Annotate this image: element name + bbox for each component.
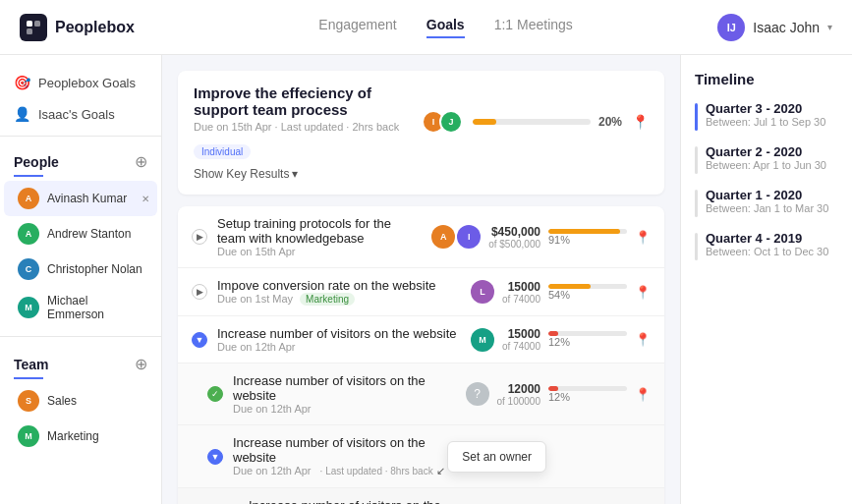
user-menu[interactable]: IJ Isaac John ▾ (717, 14, 832, 41)
goal-title: Setup training protocols for the team wi… (217, 216, 422, 246)
timeline-text: Quarter 1 - 2020 Between: Jan 1 to Mar 3… (706, 188, 828, 214)
goal-right: A I $450,000 of $500,000 91% 📍 (431, 225, 651, 250)
team-divider (14, 377, 43, 379)
avatar: L (471, 280, 494, 304)
person-name: Avinash Kumar (47, 192, 127, 205)
metric-value: 12000 (497, 382, 541, 396)
set-owner-tooltip[interactable]: Set an owner (447, 441, 546, 473)
mini-percent: 54% (548, 289, 627, 301)
logo-text: Peoplebox (55, 19, 135, 36)
tab-goals[interactable]: Goals (426, 17, 465, 38)
timeline-item-q3-2020[interactable]: Quarter 3 - 2020 Between: Jul 1 to Sep 3… (695, 101, 838, 131)
expand-button[interactable]: ▶ (192, 284, 207, 300)
timeline-bar-active (695, 103, 698, 131)
progress-section: 20% (473, 115, 622, 129)
quarter-range: Between: Oct 1 to Dec 30 (706, 246, 828, 257)
avatar: M (18, 425, 39, 447)
goal-header-row: Improve the effeciency of support team p… (194, 84, 649, 159)
timeline-item-q1-2020[interactable]: Quarter 1 - 2020 Between: Jan 1 to Mar 3… (695, 188, 838, 217)
timeline-text: Quarter 3 - 2020 Between: Jul 1 to Sep 3… (706, 101, 825, 128)
goal-info: Increase number of visitors on the websi… (233, 435, 466, 477)
metric: 15000 of 74000 (502, 280, 540, 305)
progress-wrap: 54% (548, 284, 627, 301)
svg-rect-1 (34, 21, 40, 27)
main-goal-meta: Due on 15th Apr · Last updated · 2hrs ba… (194, 121, 422, 133)
add-team-button[interactable]: ⊕ (135, 355, 147, 373)
logo: Peoplebox (20, 14, 135, 41)
close-icon[interactable]: ✕ (142, 194, 149, 204)
person-name: Andrew Stanton (47, 227, 131, 241)
tab-engagement[interactable]: Engagement (318, 17, 396, 38)
expand-button[interactable]: ▼ (192, 332, 207, 348)
metric-total: of $500,000 (488, 239, 540, 250)
goal-title: Increase number of visitors on the websi… (249, 498, 456, 504)
quarter-range: Between: Apr 1 to Jun 30 (706, 159, 826, 171)
avatar-placeholder: ? (466, 382, 489, 406)
sidebar-item-peoplebox-goals[interactable]: 🎯 Peoplebox Goals (0, 67, 161, 98)
location-icon: 📍 (635, 230, 651, 245)
add-person-button[interactable]: ⊕ (135, 152, 147, 171)
goal-title: Impove conversion rate on the website (217, 278, 461, 293)
person-name: Christopher Nolan (47, 262, 142, 276)
goal-row: ▶ Setup training protocols for the team … (178, 206, 664, 268)
expand-button[interactable]: ▼ (207, 449, 223, 465)
team-item-sales[interactable]: S Sales (4, 383, 157, 419)
expand-button[interactable]: ▶ (192, 229, 207, 245)
goal-meta: Due on 12th Apr (233, 403, 456, 415)
user-name: Isaac John (753, 20, 820, 35)
logo-icon (20, 14, 47, 41)
timeline-item-q2-2020[interactable]: Quarter 2 - 2020 Between: Apr 1 to Jun 3… (695, 144, 838, 174)
metric-total: of 74000 (502, 341, 540, 352)
people-divider (14, 175, 43, 177)
timeline-bar (695, 190, 698, 217)
svg-rect-0 (27, 21, 32, 27)
sidebar-label: Isaac's Goals (38, 107, 115, 122)
metric-value: $450,000 (488, 225, 540, 239)
cursor-icon: ↙ (436, 465, 445, 476)
goal-row: ▶ Increase number of visitors on the web… (178, 488, 664, 504)
goal-info: Increase number of visitors on the websi… (249, 498, 456, 504)
show-key-results-button[interactable]: Show Key Results ▾ (194, 167, 649, 181)
main-goal-tag: Individual (194, 144, 251, 159)
person-item-christopher[interactable]: C Christopher Nolan (4, 252, 157, 287)
quarter-label: Quarter 1 - 2020 (706, 188, 828, 202)
team-name: Sales (47, 394, 77, 408)
sidebar-item-isaacs-goals[interactable]: 👤 Isaac's Goals (0, 98, 161, 130)
avatar: A (18, 188, 39, 209)
timeline-item-q4-2019[interactable]: Quarter 4 - 2019 Between: Oct 1 to Dec 3… (695, 231, 838, 260)
pin-icon: 📍 (632, 114, 649, 130)
goal-meta: Due on 15th Apr (217, 246, 422, 257)
svg-rect-2 (27, 28, 32, 34)
goal-meta: Due on 12th Apr (217, 341, 461, 353)
tab-meetings[interactable]: 1:1 Meetings (494, 17, 573, 38)
main-goal-title: Improve the effeciency of support team p… (194, 84, 422, 118)
mini-percent: 91% (548, 234, 627, 246)
goal-row: ▶ Impove conversion rate on the website … (178, 268, 664, 316)
expand-button[interactable]: ✓ (207, 386, 223, 402)
person-item-avinash[interactable]: A Avinash Kumar ✕ (4, 181, 157, 216)
avatar: M (18, 297, 39, 318)
person-name: Michael Emmerson (47, 294, 143, 321)
timeline-bar (695, 233, 698, 260)
person-item-michael[interactable]: M Michael Emmerson (4, 287, 157, 328)
timeline-title: Timeline (695, 71, 838, 87)
goal-right: M 15000 of 74000 12% 📍 (471, 327, 651, 352)
progress-bar (473, 119, 591, 125)
goal-title: Increase number of visitors on the websi… (217, 326, 461, 341)
metric-value: 15000 (502, 280, 540, 294)
progress-wrap: 12% (548, 386, 627, 403)
quarter-label: Quarter 4 - 2019 (706, 231, 828, 246)
avatar: A (18, 223, 39, 245)
location-icon: 📍 (635, 285, 651, 300)
progress-percent: 20% (598, 115, 622, 129)
avatar: IJ (717, 14, 745, 41)
metric: 12000 of 100000 (497, 382, 541, 407)
content-area: Improve the effeciency of support team p… (162, 55, 680, 504)
person-item-andrew[interactable]: A Andrew Stanton (4, 216, 157, 252)
progress-wrap: 12% (548, 331, 627, 348)
avatar: I (457, 225, 481, 249)
goal-tag: Marketing (300, 293, 355, 306)
quarter-label: Quarter 3 - 2020 (706, 101, 825, 116)
team-item-marketing[interactable]: M Marketing (4, 419, 157, 454)
quarter-label: Quarter 2 - 2020 (706, 144, 826, 159)
